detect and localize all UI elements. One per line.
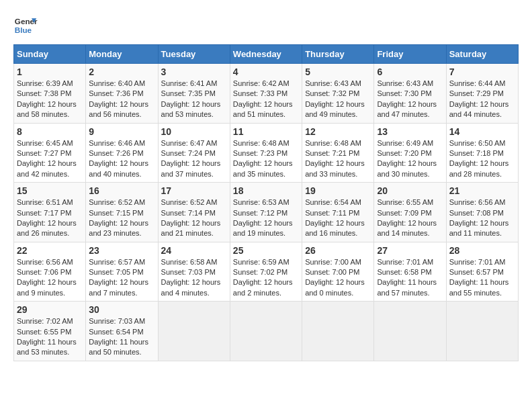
day-number: 27 — [377, 245, 443, 256]
day-info: Sunrise: 6:53 AMSunset: 7:12 PMDaylight:… — [233, 197, 299, 239]
day-number: 3 — [161, 66, 227, 77]
logo: General Blue — [13, 13, 38, 38]
calendar-cell: 24Sunrise: 6:58 AMSunset: 7:03 PMDayligh… — [158, 242, 230, 302]
calendar-week-row: 8Sunrise: 6:45 AMSunset: 7:27 PMDaylight… — [14, 123, 519, 183]
col-saturday: Saturday — [446, 45, 518, 64]
calendar-cell: 17Sunrise: 6:52 AMSunset: 7:14 PMDayligh… — [158, 183, 230, 242]
calendar-cell: 2Sunrise: 6:40 AMSunset: 7:36 PMDaylight… — [86, 64, 158, 124]
col-friday: Friday — [374, 45, 446, 64]
calendar-header-row: Sunday Monday Tuesday Wednesday Thursday… — [14, 45, 519, 64]
col-wednesday: Wednesday — [230, 45, 302, 64]
svg-text:Blue: Blue — [15, 26, 32, 34]
day-number: 25 — [233, 245, 299, 256]
day-info: Sunrise: 6:48 AMSunset: 7:23 PMDaylight:… — [233, 138, 299, 180]
day-number: 9 — [89, 126, 154, 137]
day-info: Sunrise: 6:42 AMSunset: 7:33 PMDaylight:… — [233, 79, 299, 120]
day-number: 21 — [449, 185, 515, 196]
day-info: Sunrise: 7:02 AMSunset: 6:55 PMDaylight:… — [17, 316, 83, 358]
day-number: 6 — [377, 66, 443, 77]
day-info: Sunrise: 6:56 AMSunset: 7:06 PMDaylight:… — [17, 257, 83, 299]
day-info: Sunrise: 6:44 AMSunset: 7:29 PMDaylight:… — [449, 79, 515, 120]
day-info: Sunrise: 6:56 AMSunset: 7:08 PMDaylight:… — [449, 197, 515, 239]
day-info: Sunrise: 6:46 AMSunset: 7:26 PMDaylight:… — [89, 138, 154, 180]
day-info: Sunrise: 6:52 AMSunset: 7:15 PMDaylight:… — [89, 197, 154, 239]
col-tuesday: Tuesday — [158, 45, 230, 64]
day-number: 5 — [305, 66, 371, 77]
day-number: 30 — [89, 304, 154, 315]
col-monday: Monday — [86, 45, 158, 64]
day-number: 8 — [17, 126, 83, 137]
calendar-cell: 26Sunrise: 7:00 AMSunset: 7:00 PMDayligh… — [302, 242, 374, 302]
day-info: Sunrise: 6:52 AMSunset: 7:14 PMDaylight:… — [161, 197, 227, 239]
day-number: 22 — [17, 245, 83, 256]
day-info: Sunrise: 7:01 AMSunset: 6:57 PMDaylight:… — [449, 257, 515, 299]
calendar-cell: 21Sunrise: 6:56 AMSunset: 7:08 PMDayligh… — [446, 183, 518, 242]
day-number: 10 — [161, 126, 227, 137]
day-number: 15 — [17, 185, 83, 196]
calendar-cell: 11Sunrise: 6:48 AMSunset: 7:23 PMDayligh… — [230, 123, 302, 183]
day-number: 14 — [449, 126, 515, 137]
calendar-cell: 29Sunrise: 7:02 AMSunset: 6:55 PMDayligh… — [14, 302, 86, 361]
day-info: Sunrise: 6:40 AMSunset: 7:36 PMDaylight:… — [89, 79, 154, 120]
day-info: Sunrise: 6:47 AMSunset: 7:24 PMDaylight:… — [161, 138, 227, 180]
calendar-cell: 6Sunrise: 6:43 AMSunset: 7:30 PMDaylight… — [374, 64, 446, 124]
calendar-cell — [374, 302, 446, 361]
calendar-cell: 22Sunrise: 6:56 AMSunset: 7:06 PMDayligh… — [14, 242, 86, 302]
day-info: Sunrise: 6:48 AMSunset: 7:21 PMDaylight:… — [305, 138, 371, 180]
calendar-cell: 7Sunrise: 6:44 AMSunset: 7:29 PMDaylight… — [446, 64, 518, 124]
day-number: 4 — [233, 66, 299, 77]
day-info: Sunrise: 7:03 AMSunset: 6:54 PMDaylight:… — [89, 316, 154, 358]
day-info: Sunrise: 6:39 AMSunset: 7:38 PMDaylight:… — [17, 79, 83, 120]
calendar-cell: 25Sunrise: 6:59 AMSunset: 7:02 PMDayligh… — [230, 242, 302, 302]
day-number: 26 — [305, 245, 371, 256]
col-thursday: Thursday — [302, 45, 374, 64]
page-header: General Blue — [13, 13, 519, 38]
calendar-cell: 15Sunrise: 6:51 AMSunset: 7:17 PMDayligh… — [14, 183, 86, 242]
day-number: 12 — [305, 126, 371, 137]
calendar-cell: 3Sunrise: 6:41 AMSunset: 7:35 PMDaylight… — [158, 64, 230, 124]
day-info: Sunrise: 6:43 AMSunset: 7:32 PMDaylight:… — [305, 79, 371, 120]
calendar-cell: 10Sunrise: 6:47 AMSunset: 7:24 PMDayligh… — [158, 123, 230, 183]
calendar-cell: 19Sunrise: 6:54 AMSunset: 7:11 PMDayligh… — [302, 183, 374, 242]
day-number: 1 — [17, 66, 83, 77]
logo-icon: General Blue — [13, 13, 38, 38]
calendar-cell: 30Sunrise: 7:03 AMSunset: 6:54 PMDayligh… — [86, 302, 158, 361]
day-info: Sunrise: 6:55 AMSunset: 7:09 PMDaylight:… — [377, 197, 443, 239]
calendar-week-row: 1Sunrise: 6:39 AMSunset: 7:38 PMDaylight… — [14, 64, 519, 124]
day-info: Sunrise: 6:58 AMSunset: 7:03 PMDaylight:… — [161, 257, 227, 299]
day-info: Sunrise: 6:50 AMSunset: 7:18 PMDaylight:… — [449, 138, 515, 180]
calendar-cell: 23Sunrise: 6:57 AMSunset: 7:05 PMDayligh… — [86, 242, 158, 302]
calendar-cell: 4Sunrise: 6:42 AMSunset: 7:33 PMDaylight… — [230, 64, 302, 124]
day-info: Sunrise: 6:54 AMSunset: 7:11 PMDaylight:… — [305, 197, 371, 239]
calendar-cell: 14Sunrise: 6:50 AMSunset: 7:18 PMDayligh… — [446, 123, 518, 183]
day-number: 19 — [305, 185, 371, 196]
calendar-cell: 28Sunrise: 7:01 AMSunset: 6:57 PMDayligh… — [446, 242, 518, 302]
day-info: Sunrise: 6:45 AMSunset: 7:27 PMDaylight:… — [17, 138, 83, 180]
day-number: 11 — [233, 126, 299, 137]
calendar-body: 1Sunrise: 6:39 AMSunset: 7:38 PMDaylight… — [14, 64, 519, 361]
calendar-week-row: 15Sunrise: 6:51 AMSunset: 7:17 PMDayligh… — [14, 183, 519, 242]
day-number: 29 — [17, 304, 83, 315]
day-info: Sunrise: 6:51 AMSunset: 7:17 PMDaylight:… — [17, 197, 83, 239]
day-info: Sunrise: 6:49 AMSunset: 7:20 PMDaylight:… — [377, 138, 443, 180]
calendar-cell — [446, 302, 518, 361]
calendar-cell: 20Sunrise: 6:55 AMSunset: 7:09 PMDayligh… — [374, 183, 446, 242]
day-number: 18 — [233, 185, 299, 196]
calendar-cell: 1Sunrise: 6:39 AMSunset: 7:38 PMDaylight… — [14, 64, 86, 124]
calendar-cell — [302, 302, 374, 361]
calendar-week-row: 22Sunrise: 6:56 AMSunset: 7:06 PMDayligh… — [14, 242, 519, 302]
day-info: Sunrise: 6:59 AMSunset: 7:02 PMDaylight:… — [233, 257, 299, 299]
calendar-cell — [230, 302, 302, 361]
calendar-cell: 12Sunrise: 6:48 AMSunset: 7:21 PMDayligh… — [302, 123, 374, 183]
day-number: 28 — [449, 245, 515, 256]
day-info: Sunrise: 7:00 AMSunset: 7:00 PMDaylight:… — [305, 257, 371, 299]
day-info: Sunrise: 7:01 AMSunset: 6:58 PMDaylight:… — [377, 257, 443, 299]
calendar-cell — [158, 302, 230, 361]
day-number: 24 — [161, 245, 227, 256]
calendar-week-row: 29Sunrise: 7:02 AMSunset: 6:55 PMDayligh… — [14, 302, 519, 361]
calendar-cell: 27Sunrise: 7:01 AMSunset: 6:58 PMDayligh… — [374, 242, 446, 302]
calendar-cell: 8Sunrise: 6:45 AMSunset: 7:27 PMDaylight… — [14, 123, 86, 183]
calendar-table: Sunday Monday Tuesday Wednesday Thursday… — [13, 44, 519, 361]
day-number: 16 — [89, 185, 154, 196]
calendar-cell: 13Sunrise: 6:49 AMSunset: 7:20 PMDayligh… — [374, 123, 446, 183]
